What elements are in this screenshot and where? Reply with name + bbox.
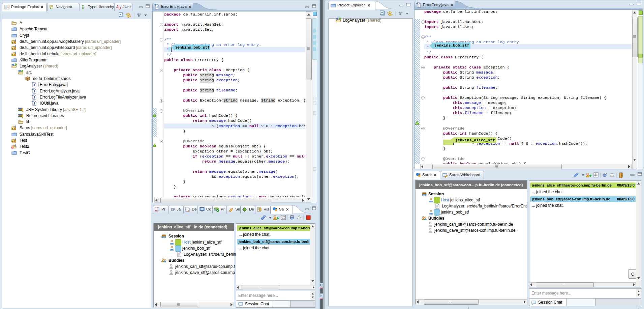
svg-text:!: ! [612,173,613,177]
svg-text:x: x [156,209,157,211]
svg-text:!: ! [299,216,300,219]
